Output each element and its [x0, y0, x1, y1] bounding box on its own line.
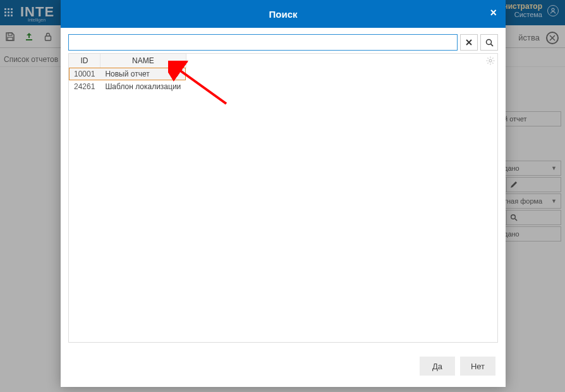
- results-table: ID NAME 10001Новый отчет24261Шаблон лока…: [69, 54, 186, 93]
- no-button[interactable]: Нет: [460, 357, 495, 376]
- svg-line-23: [487, 58, 488, 58]
- modal-close-button[interactable]: ×: [490, 6, 497, 20]
- svg-line-26: [487, 63, 488, 63]
- svg-point-16: [486, 39, 491, 44]
- yes-button[interactable]: Да: [420, 357, 455, 376]
- cell-id: 24261: [69, 80, 100, 93]
- modal-title: Поиск: [269, 9, 297, 20]
- clear-search-button[interactable]: [460, 34, 478, 51]
- search-button[interactable]: [480, 34, 498, 51]
- search-modal: Поиск × ID NAME 10: [61, 0, 506, 387]
- close-icon: [466, 39, 472, 46]
- table-row[interactable]: 10001Новый отчет: [69, 68, 186, 80]
- modal-footer: Да Нет: [61, 348, 506, 387]
- search-icon: [485, 39, 494, 47]
- col-name[interactable]: NAME: [100, 54, 186, 68]
- modal-header: Поиск ×: [61, 0, 506, 28]
- gear-icon[interactable]: [486, 56, 495, 65]
- cell-name: Новый отчет: [100, 68, 186, 80]
- svg-point-18: [489, 59, 492, 62]
- svg-line-25: [492, 58, 493, 58]
- col-id[interactable]: ID: [69, 54, 100, 68]
- table-row[interactable]: 24261Шаблон локализации: [69, 80, 186, 93]
- cell-id: 10001: [69, 68, 100, 80]
- cell-name: Шаблон локализации: [100, 80, 186, 93]
- results-table-container: ID NAME 10001Новый отчет24261Шаблон лока…: [68, 53, 498, 343]
- svg-line-24: [492, 63, 493, 63]
- search-input[interactable]: [68, 34, 458, 51]
- svg-line-17: [490, 44, 493, 46]
